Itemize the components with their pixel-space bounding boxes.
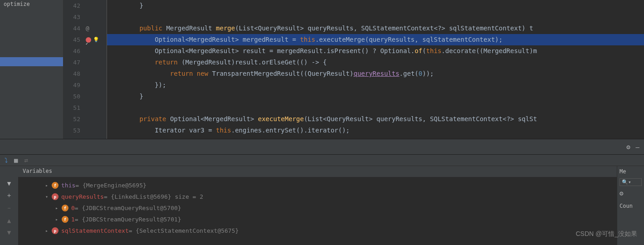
variables-header: Variables — [18, 166, 617, 177]
line-number: 42 — [63, 0, 80, 11]
line-number: 49 — [63, 79, 80, 91]
line-number: 51 — [63, 102, 80, 113]
code-line[interactable]: Optional<MergedResult> result = mergedRe… — [107, 45, 644, 57]
variables-tree[interactable]: ▸fthis = {MergeEngine@5695}▾pqueryResult… — [18, 177, 617, 239]
var-value: = {JDBCStreamQueryResult@5701} — [75, 216, 181, 223]
code-editor[interactable]: 424344454647484950515253 @✓💡 } public Me… — [63, 0, 644, 139]
line-number: 43 — [63, 11, 80, 23]
coun-label: Coun — [620, 203, 642, 209]
var-name: this — [61, 182, 75, 189]
tree-row[interactable]: ▸f1 = {JDBCStreamQueryResult@5701} — [18, 214, 617, 225]
line-number: 48 — [63, 68, 80, 79]
line-number: 46 — [63, 45, 80, 57]
code-line[interactable]: public MergedResult merge(List<QueryResu… — [107, 23, 644, 34]
var-value: = {JDBCStreamQueryResult@5700} — [75, 205, 181, 211]
line-number: 47 — [63, 57, 80, 68]
gutter-row[interactable] — [84, 0, 107, 11]
gutter-icons[interactable]: @✓💡 — [84, 0, 107, 139]
side-panel-highlight — [0, 57, 63, 66]
debug-left-toolbar: ▼ ＋ － ▲ ▼ — [0, 166, 18, 245]
side-panel: optimize — [0, 0, 63, 139]
code-content[interactable]: } public MergedResult merge(List<QueryRe… — [107, 0, 644, 139]
var-name: sqlStatementContext — [61, 227, 129, 234]
var-badge-icon: p — [52, 227, 59, 234]
gutter-row[interactable]: @ — [84, 23, 107, 34]
tree-row[interactable]: ▸f0 = {JDBCStreamQueryResult@5700} — [18, 202, 617, 214]
code-line[interactable]: return (MergedResult)result.orElseGet(()… — [107, 57, 644, 68]
gutter-row[interactable] — [84, 91, 107, 102]
down-icon[interactable]: ▼ — [7, 229, 11, 236]
bulb-icon[interactable]: 💡 — [93, 34, 99, 45]
var-badge-icon: p — [52, 193, 59, 200]
gear-icon[interactable]: ⚙ — [626, 143, 630, 151]
var-value: = {MergeEngine@5695} — [75, 182, 146, 189]
editor-toolbar: ⚙ — — [0, 139, 644, 155]
line-number: 50 — [63, 91, 80, 102]
gutter-row[interactable] — [84, 102, 107, 113]
code-line[interactable]: private Optional<MergedResult> executeMe… — [107, 113, 644, 125]
table-icon[interactable]: ▦ — [14, 157, 18, 164]
var-name: 1 — [71, 216, 75, 223]
var-name: queryResults — [61, 193, 104, 200]
expand-icon[interactable]: ▸ — [55, 206, 62, 211]
tree-row[interactable]: ▸psqlStatementContext = {SelectStatement… — [18, 225, 617, 236]
remove-icon[interactable]: － — [6, 204, 12, 212]
gutter-row[interactable] — [84, 113, 107, 125]
step-into-icon[interactable]: ⤵ — [5, 157, 8, 164]
watermark: CSDN @可惜_没如果 — [576, 230, 637, 238]
gutter-row[interactable] — [84, 11, 107, 23]
add-icon[interactable]: ＋ — [6, 191, 12, 200]
var-value: = {LinkedList@5696} size = 2 — [104, 193, 203, 200]
gutter-row[interactable] — [84, 57, 107, 68]
code-line[interactable] — [107, 102, 644, 113]
expand-icon[interactable]: ▸ — [45, 228, 52, 233]
filter-icon[interactable]: ▼ — [7, 180, 11, 187]
gutter-row[interactable]: ✓💡 — [84, 34, 107, 45]
expand-icon[interactable]: ▾ — [45, 194, 52, 199]
line-number: 53 — [63, 125, 80, 136]
code-line[interactable]: } — [107, 91, 644, 102]
equals-icon[interactable]: ⇄ — [24, 157, 28, 164]
code-line[interactable]: Iterator var3 = this.engines.entrySet().… — [107, 125, 644, 136]
breakpoint-icon[interactable]: ✓ — [86, 37, 91, 43]
gutter-row[interactable] — [84, 79, 107, 91]
var-badge-icon: f — [52, 182, 59, 189]
right-label: Me — [620, 168, 642, 175]
code-line[interactable]: } — [107, 0, 644, 11]
search-icon[interactable]: 🔍▾ — [620, 178, 642, 186]
side-panel-item[interactable]: optimize — [0, 0, 63, 8]
code-line[interactable] — [107, 11, 644, 23]
debug-toolbar: ⤵ ▦ ⇄ — [0, 155, 644, 166]
code-line[interactable]: }); — [107, 79, 644, 91]
var-badge-icon: f — [62, 216, 68, 223]
line-number: 45 — [63, 34, 80, 45]
var-name: 0 — [71, 205, 75, 211]
code-line[interactable]: return new TransparentMergedResult((Quer… — [107, 68, 644, 79]
variables-panel: Variables ▸fthis = {MergeEngine@5695}▾pq… — [18, 166, 617, 245]
gutter-row[interactable] — [84, 68, 107, 79]
line-number: 44 — [63, 23, 80, 34]
gutter-row[interactable] — [84, 45, 107, 57]
right-gear-icon[interactable]: ⚙ — [620, 190, 642, 197]
expand-icon[interactable]: ▸ — [55, 217, 62, 222]
minimize-icon[interactable]: — — [636, 143, 639, 151]
expand-icon[interactable]: ▸ — [45, 183, 52, 188]
up-icon[interactable]: ▲ — [7, 217, 11, 224]
line-numbers: 424344454647484950515253 — [63, 0, 84, 139]
override-icon[interactable]: @ — [86, 23, 89, 34]
tree-row[interactable]: ▾pqueryResults = {LinkedList@5696} size … — [18, 191, 617, 202]
gutter-row[interactable] — [84, 125, 107, 136]
tree-row[interactable]: ▸fthis = {MergeEngine@5695} — [18, 180, 617, 191]
code-line[interactable]: Optional<MergedResult> mergedResult = th… — [107, 34, 644, 45]
var-value: = {SelectStatementContext@5675} — [129, 227, 239, 234]
var-badge-icon: f — [62, 205, 68, 211]
line-number: 52 — [63, 113, 80, 125]
